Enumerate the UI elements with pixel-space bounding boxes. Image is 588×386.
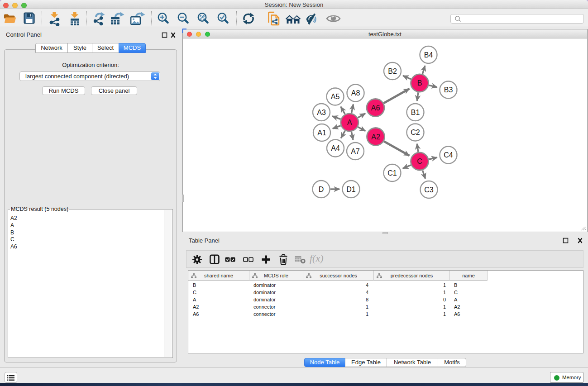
svg-text:A8: A8 <box>351 89 360 97</box>
svg-text:C: C <box>417 157 422 165</box>
svg-text:A: A <box>347 119 352 126</box>
svg-text:B3: B3 <box>444 86 453 94</box>
svg-text:A3: A3 <box>317 109 326 116</box>
svg-text:C3: C3 <box>424 186 434 194</box>
svg-text:A4: A4 <box>331 144 340 152</box>
svg-text:D1: D1 <box>346 186 356 193</box>
svg-text:A5: A5 <box>331 93 340 100</box>
svg-text:B4: B4 <box>424 51 433 59</box>
svg-text:C2: C2 <box>411 129 420 136</box>
svg-text:C4: C4 <box>444 151 453 159</box>
svg-text:D: D <box>319 186 324 193</box>
svg-text:C1: C1 <box>387 169 397 177</box>
svg-text:A6: A6 <box>371 104 380 112</box>
svg-text:A1: A1 <box>317 129 326 137</box>
svg-text:A2: A2 <box>371 133 380 141</box>
svg-text:A7: A7 <box>351 148 360 155</box>
svg-text:B1: B1 <box>411 109 420 116</box>
svg-text:B: B <box>417 79 422 87</box>
svg-text:B2: B2 <box>388 67 397 75</box>
